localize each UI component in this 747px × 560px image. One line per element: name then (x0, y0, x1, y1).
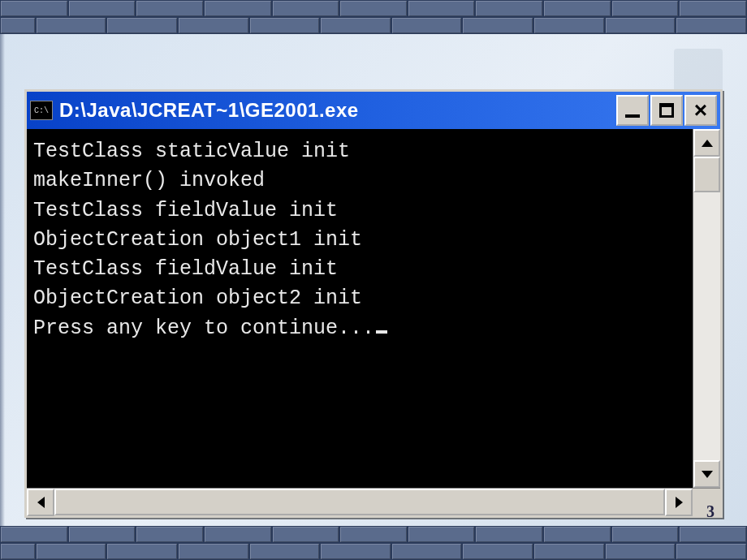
vertical-scrollbar[interactable] (693, 129, 720, 488)
close-icon: × (694, 99, 707, 122)
console-line: Press any key to continue... (33, 314, 686, 343)
scroll-down-button[interactable] (693, 460, 720, 488)
console-line: makeInner() invoked (33, 166, 686, 196)
vertical-scroll-track[interactable] (693, 157, 720, 460)
decorative-brick-bottom (0, 526, 747, 560)
minimize-button[interactable] (616, 95, 649, 126)
console-line: ObjectCreation object2 init (33, 284, 686, 313)
page-number: 3 (706, 502, 715, 521)
horizontal-scroll-thumb[interactable] (54, 489, 665, 515)
window-controls: × (616, 95, 717, 126)
console-line: TestClass fieldValue init (33, 255, 686, 284)
arrow-up-icon (702, 140, 713, 147)
console-body: TestClass staticValue init makeInner() i… (27, 129, 720, 515)
console-output[interactable]: TestClass staticValue init makeInner() i… (27, 129, 693, 488)
cmd-icon: C:\ (30, 101, 53, 120)
maximize-button[interactable] (650, 95, 683, 126)
horizontal-scroll-track[interactable] (54, 489, 665, 515)
scroll-right-button[interactable] (665, 489, 693, 516)
decorative-left-edge (0, 34, 5, 526)
maximize-icon (659, 103, 674, 118)
arrow-down-icon (702, 471, 713, 478)
console-line: TestClass staticValue init (33, 137, 686, 166)
minimize-icon (625, 114, 640, 118)
horizontal-scrollbar[interactable] (27, 488, 720, 515)
console-line: ObjectCreation object1 init (33, 226, 686, 255)
console-window: C:\ D:\Java\JCREAT~1\GE2001.exe × TestCl… (24, 89, 723, 518)
title-bar[interactable]: C:\ D:\Java\JCREAT~1\GE2001.exe × (27, 92, 720, 129)
arrow-right-icon (676, 497, 683, 508)
arrow-left-icon (37, 497, 45, 508)
scroll-left-button[interactable] (27, 489, 54, 516)
console-line: TestClass fieldValue init (33, 196, 686, 226)
window-title: D:\Java\JCREAT~1\GE2001.exe (59, 99, 616, 122)
vertical-scroll-thumb[interactable] (693, 157, 720, 192)
close-button[interactable]: × (684, 95, 717, 126)
decorative-brick-top (0, 0, 747, 34)
scroll-up-button[interactable] (693, 129, 720, 157)
cursor-icon (376, 330, 387, 334)
